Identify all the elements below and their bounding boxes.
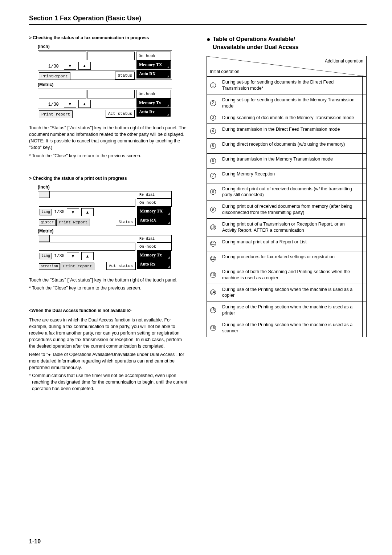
row-text: During use of both the Scanning and Prin… [219, 266, 363, 284]
down-arrow-button[interactable]: ▼ [64, 100, 76, 108]
row-text: During print out of received documents f… [219, 201, 363, 218]
up-arrow-button[interactable]: ▲ [81, 252, 94, 260]
table-row: 5During direct reception of documents (w… [207, 139, 366, 154]
table-row: 9During print out of received documents … [207, 201, 366, 219]
on-hook-button[interactable]: On-hook [137, 199, 172, 207]
row-text: During use of the Printing section when … [219, 301, 363, 319]
row-number: 7 [207, 169, 219, 183]
lcd-panel-print-inch: Re-dial On-hook Memory TX Auto RX ting 1… [38, 191, 172, 226]
table-row: 14During use of the Printing section whe… [207, 284, 366, 302]
down-arrow-button[interactable]: ▼ [67, 208, 79, 216]
table-row: 15During use of the Printing section whe… [207, 301, 366, 319]
paragraph-note: * Communications that use the timer will… [29, 372, 189, 392]
heading-line1: Table of Operations Available/ [213, 36, 295, 42]
page-counter: 1/30 [54, 210, 65, 215]
memory-tx-button[interactable]: Memory Tx [137, 251, 171, 260]
row-text: During direct reception of documents (w/… [219, 139, 363, 153]
label-initial-op: Initial operation [210, 69, 239, 74]
label-metric: (Metric) [38, 82, 189, 87]
row-number: 3 [207, 112, 219, 123]
table-header: Additional operation Initial operation [207, 56, 366, 77]
row-number: 1 [207, 77, 219, 94]
row-text: During use of the Printing section when … [219, 284, 363, 301]
table-row: 11During manual print out of a Report or… [207, 236, 366, 251]
paragraph: Refer to "● Table of Operations Availabl… [29, 351, 189, 371]
left-column: > Checking the status of a fax communica… [29, 35, 189, 393]
row-number: 4 [207, 124, 219, 138]
row-number: 2 [207, 94, 219, 112]
page-counter: 1/30 [54, 254, 65, 259]
heading-dual-access-na: <When the Dual Access function is not av… [29, 308, 189, 313]
section-title: Section 1 Fax Operation (Basic Use) [29, 15, 367, 25]
auto-rx-button[interactable]: Auto RX [136, 70, 171, 78]
status-button[interactable]: Status [116, 218, 135, 226]
row-number: 15 [207, 301, 219, 319]
row-number: 10 [207, 219, 219, 236]
tab-stration[interactable]: stration [39, 263, 60, 270]
auto-rx-button[interactable]: Auto Rx [137, 260, 171, 269]
tab-print-report[interactable]: Print report [39, 110, 73, 118]
tab-ting[interactable]: ting [40, 253, 52, 259]
row-number: 8 [207, 183, 219, 201]
re-dial-button[interactable]: Re-dial [137, 235, 172, 243]
tab-gister[interactable]: gister [39, 219, 56, 226]
label-inch: (Inch) [38, 185, 189, 190]
re-dial-button[interactable]: Re-dial [137, 191, 172, 199]
tab-print-report[interactable]: PrintReport [39, 72, 70, 80]
paragraph: Touch the "Status" ["Act status"] key in… [29, 125, 189, 151]
table-row: 8During direct print out of received doc… [207, 183, 366, 201]
act-status-button[interactable]: Act status [106, 110, 135, 118]
heading-table-ops: ● Table of Operations Available/ Unavail… [207, 35, 367, 51]
table-row: 3During scanning of documents in the Mem… [207, 112, 366, 124]
operations-table: Additional operation Initial operation 1… [207, 56, 367, 337]
tab-ting[interactable]: ting [40, 209, 52, 215]
row-text: During print out of a Transmission or Re… [219, 219, 363, 236]
down-arrow-button[interactable]: ▼ [67, 252, 79, 260]
memory-tx-button[interactable]: Memory TX [137, 207, 171, 216]
tab-print-report[interactable]: Print report [61, 263, 94, 270]
on-hook-button[interactable]: On-hook [137, 243, 172, 251]
table-row: 16During use of the Printing section whe… [207, 319, 366, 337]
row-number: 12 [207, 251, 219, 266]
row-number: 6 [207, 154, 219, 168]
page-counter: 1/30 [40, 102, 62, 108]
table-row: 7During Memory Reception [207, 169, 366, 183]
lcd-panel-print-metric: Re-dial On-hook Memory Tx Auto Rx ting 1… [38, 235, 172, 270]
up-arrow-button[interactable]: ▲ [78, 100, 91, 108]
paragraph-note: * Touch the "Close" key to return to the… [29, 285, 189, 291]
label-inch: (Inch) [38, 44, 189, 49]
row-text: During manual print out of a Report or L… [219, 236, 363, 251]
row-text: During direct print out of received docu… [219, 183, 363, 201]
row-text: During set-up for sending documents in t… [219, 77, 363, 94]
row-number: 14 [207, 284, 219, 301]
row-number: 16 [207, 319, 219, 337]
status-button[interactable]: Status [115, 72, 135, 80]
page-counter: 1/30 [40, 64, 62, 70]
down-arrow-button[interactable]: ▼ [64, 62, 76, 70]
page-number: 1-10 [29, 538, 41, 545]
row-text: During scanning of documents in the Memo… [219, 112, 363, 123]
row-text: During transmission in the Direct Feed T… [219, 124, 363, 138]
table-row: 10During print out of a Transmission or … [207, 219, 366, 236]
up-arrow-button[interactable]: ▲ [78, 62, 91, 70]
table-row: 2During set-up for sending documents in … [207, 94, 366, 112]
auto-rx-button[interactable]: Auto RX [137, 216, 171, 225]
table-row: 4During transmission in the Direct Feed … [207, 124, 366, 139]
tab-print-report[interactable]: Print Report [56, 219, 90, 226]
table-row: 1During set-up for sending documents in … [207, 77, 366, 94]
heading-print-status: > Checking the status of a print out in … [29, 176, 189, 181]
memory-tx-button[interactable]: Memory Tx [136, 99, 171, 108]
label-metric: (Metric) [38, 228, 189, 234]
paragraph: There are cases in which the Dual Access… [29, 317, 189, 350]
right-column: ● Table of Operations Available/ Unavail… [207, 35, 367, 393]
up-arrow-button[interactable]: ▲ [81, 208, 94, 216]
on-hook-button[interactable]: On-hook [136, 52, 171, 60]
paragraph: Touch the "Status" ["Act status"] key in… [29, 277, 189, 283]
on-hook-button[interactable]: On-hook [136, 90, 171, 98]
act-status-button[interactable]: Act status [106, 262, 135, 270]
auto-rx-button[interactable]: Auto Rx [136, 108, 171, 117]
row-number: 13 [207, 266, 219, 284]
label-additional-op: Additional operation [325, 58, 363, 64]
memory-tx-button[interactable]: Memory TX [136, 61, 171, 69]
heading-fax-status: > Checking the status of a fax communica… [29, 35, 189, 40]
